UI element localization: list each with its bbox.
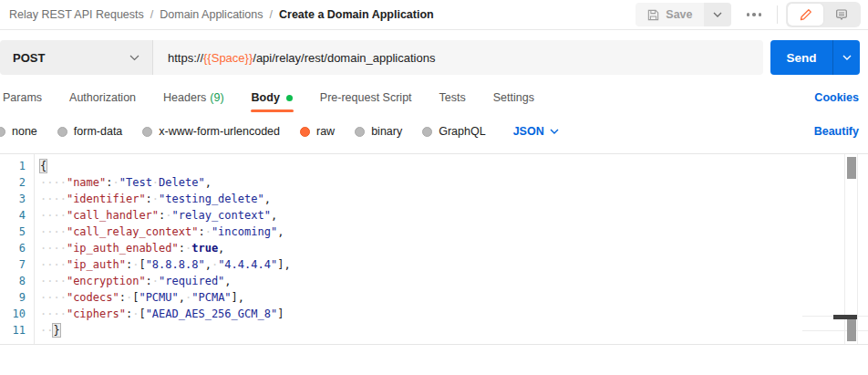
code-token: ,	[277, 225, 284, 238]
method-selector[interactable]: POST	[0, 40, 153, 75]
radio-icon	[0, 127, 5, 137]
code-token: ·	[205, 225, 212, 238]
tab-headers[interactable]: Headers(9)	[162, 85, 225, 110]
code-token: ····	[40, 258, 67, 271]
code-token: :	[146, 193, 152, 205]
body-mode-graphql[interactable]: GraphQL	[422, 125, 485, 138]
code-token: "call_relay_context"	[67, 225, 199, 238]
body-mode-x-www-form-urlencoded[interactable]: x-www-form-urlencoded	[142, 125, 280, 138]
code-token: ],	[232, 291, 244, 304]
radio-icon	[57, 127, 67, 137]
comment-icon	[834, 7, 849, 22]
code-token: ,	[224, 275, 231, 287]
code-token: ·	[152, 193, 159, 205]
body-mode-label: GraphQL	[439, 125, 485, 138]
body-mode-list: noneform-datax-www-form-urlencodedrawbin…	[0, 125, 506, 138]
code-line[interactable]: ····"ciphers":·["AEAD_AES_256_GCM_8"]	[40, 306, 839, 322]
beautify-link[interactable]: Beautify	[814, 125, 859, 138]
code-token: ····	[40, 275, 67, 287]
code-token: ·	[165, 209, 171, 222]
body-type-bar: noneform-datax-www-form-urlencodedrawbin…	[0, 119, 868, 144]
body-mode-none[interactable]: none	[0, 125, 37, 138]
code-token: ·	[113, 176, 119, 189]
code-line[interactable]: ····"name":·"Test·Delete",	[40, 174, 839, 191]
body-mode-label: binary	[371, 125, 402, 138]
more-options-button[interactable]	[739, 7, 770, 22]
tab-label: Body	[252, 91, 280, 104]
scrollbar-marker	[833, 315, 857, 319]
edit-comment-toggle	[786, 2, 861, 27]
editor-gutter: 1234567891011	[0, 154, 35, 344]
code-token: {	[40, 160, 46, 172]
tab-settings[interactable]: Settings	[492, 85, 535, 110]
toolbar-divider	[777, 5, 778, 24]
code-token: }	[53, 324, 59, 337]
code-token: "testing_delete"	[159, 193, 264, 205]
cookies-link[interactable]: Cookies	[814, 91, 859, 104]
save-options-chevron-button[interactable]	[704, 3, 731, 26]
code-line[interactable]: ····"call_relay_context":·"incoming",	[40, 224, 839, 240]
code-token: "PCMA"	[191, 291, 231, 304]
tab-tests[interactable]: Tests	[439, 85, 467, 110]
comment-mode-button[interactable]	[823, 4, 859, 26]
scrollbar-thumb[interactable]	[847, 319, 856, 341]
tab-authorization[interactable]: Authorization	[68, 85, 137, 110]
code-token: "name"	[67, 176, 106, 189]
code-line[interactable]: {	[40, 158, 839, 174]
tab-label: Authorization	[69, 91, 136, 104]
code-line[interactable]: ····"codecs":·["PCMU",·"PCMA"],	[40, 289, 839, 306]
code-token: "ip_auth_enabled"	[67, 242, 179, 255]
editor-code-area[interactable]: {····"name":·"Test·Delete",····"identifi…	[40, 154, 839, 339]
code-token: Delete"	[159, 176, 205, 189]
body-mode-binary[interactable]: binary	[355, 125, 402, 138]
code-token: ,	[205, 258, 212, 271]
code-token: ·	[152, 176, 159, 189]
tab-pre-request-script[interactable]: Pre-request Script	[319, 85, 413, 110]
body-mode-label: none	[12, 125, 37, 138]
tab-params[interactable]: Params	[2, 85, 43, 110]
save-button-group: Save	[636, 3, 730, 26]
breadcrumb-item-create-a-domain-application[interactable]: Create a Domain Application	[279, 8, 434, 21]
save-icon	[646, 8, 660, 22]
code-token: ,	[179, 291, 185, 304]
language-selector[interactable]: JSON	[513, 125, 559, 138]
breadcrumb-item-relay-rest-api-requests[interactable]: Relay REST API Requests	[9, 8, 144, 21]
breadcrumb-item-domain-applications[interactable]: Domain Applications	[160, 8, 263, 21]
language-label: JSON	[513, 125, 544, 138]
tab-modified-dot-icon	[286, 95, 293, 101]
body-mode-raw[interactable]: raw	[300, 125, 335, 138]
more-icon	[747, 13, 762, 16]
code-token: ,	[205, 176, 212, 189]
url-path: /api/relay/rest/domain_applications	[253, 51, 435, 65]
scrollbar-thumb[interactable]	[847, 157, 856, 179]
code-token: "PCMU"	[139, 291, 178, 304]
code-line[interactable]: ····"ip_auth":·["8.8.8.8",·"4.4.4.4"],	[40, 256, 839, 273]
raw-body-editor[interactable]: 1234567891011 {····"name":·"Test·Delete"…	[0, 153, 868, 345]
code-line[interactable]: ····"ip_auth_enabled":·true,	[40, 240, 839, 256]
code-token: :	[146, 275, 152, 287]
line-number: 1	[0, 158, 34, 174]
body-mode-form-data[interactable]: form-data	[57, 125, 123, 138]
code-line[interactable]: ····"encryption":·"required",	[40, 273, 839, 289]
tab-body[interactable]: Body	[251, 85, 294, 110]
header-bar: Relay REST API Requests/Domain Applicati…	[0, 0, 868, 30]
tab-label: Headers	[163, 91, 206, 104]
radio-icon	[142, 127, 152, 137]
code-line[interactable]: ····"call_handler":·"relay_context",	[40, 207, 839, 224]
breadcrumb-separator: /	[270, 8, 273, 21]
tab-count-badge: (9)	[210, 91, 223, 104]
code-token: true	[191, 242, 218, 255]
save-button[interactable]: Save	[636, 3, 703, 26]
edit-mode-button[interactable]	[788, 4, 823, 26]
breadcrumb: Relay REST API Requests/Domain Applicati…	[9, 8, 434, 21]
line-number: 3	[0, 191, 34, 207]
send-options-chevron-button[interactable]	[833, 40, 860, 75]
code-line[interactable]: ··}	[40, 322, 839, 339]
url-input[interactable]: https://{{Space}}/api/relay/rest/domain_…	[153, 40, 763, 75]
send-button[interactable]: Send	[770, 40, 833, 75]
line-number: 6	[0, 240, 34, 256]
send-button-label: Send	[786, 51, 816, 65]
line-number: 5	[0, 224, 34, 240]
code-token: :	[198, 225, 204, 238]
code-line[interactable]: ····"identifier":·"testing_delete",	[40, 191, 839, 207]
